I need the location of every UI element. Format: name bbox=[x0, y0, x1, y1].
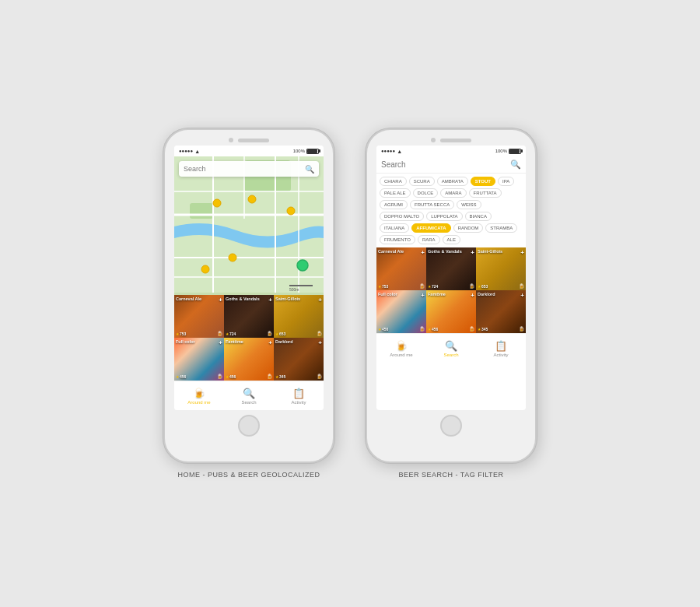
nav-item-search[interactable]: 🔍 Search bbox=[426, 334, 476, 363]
bottom-nav: 🍺 Around me 🔍 Search 📋 Activity bbox=[174, 381, 324, 410]
status-right: 100% bbox=[495, 149, 521, 154]
tag-stout[interactable]: STOUT bbox=[471, 177, 495, 186]
star-icon: ★ bbox=[378, 284, 381, 289]
beer-cell[interactable]: Goths & Vandals + ★ 724 🍺 bbox=[224, 295, 274, 338]
beer-add-btn[interactable]: + bbox=[421, 292, 425, 299]
nav-label: Around me bbox=[390, 353, 412, 357]
tag-ambrata[interactable]: AMBRATA bbox=[437, 177, 468, 186]
beer-footer: ★ 753 🍺 bbox=[378, 283, 425, 289]
home-button[interactable] bbox=[238, 415, 260, 437]
map-search-input[interactable] bbox=[184, 165, 305, 173]
nav-item-around-me[interactable]: 🍺 Around me bbox=[376, 334, 426, 363]
nav-item-around-me[interactable]: 🍺 Around me bbox=[174, 381, 224, 410]
tag-frutta-secca[interactable]: FRUTTA SECCA bbox=[410, 200, 454, 209]
beer-footer: ★ 456 🍺 bbox=[428, 326, 474, 332]
tag-rara[interactable]: RARA bbox=[418, 235, 440, 244]
svg-point-15 bbox=[201, 265, 209, 273]
beer-add-btn[interactable]: + bbox=[318, 339, 322, 346]
beer-cell[interactable]: Fantôme + ★ 456 🍺 bbox=[224, 338, 274, 381]
search-header[interactable]: 🔍 bbox=[376, 156, 526, 174]
phone-camera bbox=[229, 138, 233, 142]
nav-icon: 🔍 bbox=[243, 388, 255, 399]
beer-cell[interactable]: Carneval Ale + ★ 753 🍺 bbox=[376, 247, 426, 290]
nav-item-search[interactable]: 🔍 Search bbox=[224, 381, 274, 410]
beer-footer: ★ 345 🍺 bbox=[275, 374, 322, 379]
beer-cell[interactable]: Full color + ★ 456 🍺 bbox=[174, 338, 224, 381]
map-search-bar[interactable]: 🔍 bbox=[179, 161, 319, 177]
tag-pale-ale[interactable]: PALE ALE bbox=[380, 188, 411, 198]
star-icon: ★ bbox=[176, 374, 179, 379]
nav-icon: 🍺 bbox=[193, 388, 205, 399]
beer-cell[interactable]: Goths & Vandals + ★ 724 🍺 bbox=[426, 247, 476, 290]
beer-footer: ★ 724 🍺 bbox=[226, 331, 272, 336]
beer-name: Darklord bbox=[275, 339, 293, 345]
nav-icon: 🔍 bbox=[445, 340, 457, 352]
beer-add-btn[interactable]: + bbox=[219, 296, 222, 304]
mug-icon: 🍺 bbox=[419, 326, 425, 332]
phone-label-home: HOME - PUBS & BEER GEOLOCALIZED bbox=[177, 471, 320, 479]
status-bar: ●●●●● ▲ 100% bbox=[174, 146, 324, 156]
tag-scura[interactable]: SCURA bbox=[409, 177, 435, 186]
beer-name: Carneval Ale bbox=[378, 249, 404, 254]
tag-agrumi[interactable]: AGRUMI bbox=[380, 200, 408, 209]
beer-add-btn[interactable]: + bbox=[471, 292, 474, 299]
tag-frumento[interactable]: FRUMENTO bbox=[380, 235, 415, 244]
tag-amara[interactable]: AMARA bbox=[440, 188, 466, 198]
tag-affumicata[interactable]: AFFUMICATA bbox=[411, 223, 450, 233]
beer-cell[interactable]: Fantôme + ★ 456 🍺 bbox=[426, 290, 476, 333]
tag-weiss[interactable]: WEISS bbox=[457, 200, 481, 209]
nav-item-activity[interactable]: 📋 Activity bbox=[274, 381, 324, 410]
nav-item-activity[interactable]: 📋 Activity bbox=[476, 334, 526, 363]
tag-ale[interactable]: ALE bbox=[443, 235, 460, 244]
tag-chiara[interactable]: CHIARA bbox=[380, 177, 407, 186]
star-icon: ★ bbox=[428, 327, 431, 332]
tag-ipa[interactable]: IPA bbox=[498, 177, 514, 186]
beer-score-num: 456 bbox=[382, 327, 388, 332]
map-svg: 500m bbox=[174, 156, 324, 293]
beer-add-btn[interactable]: + bbox=[520, 249, 524, 256]
phone-label-search: BEER SEARCH - TAG FILTER bbox=[398, 471, 503, 479]
beer-cell[interactable]: Saint-Gillois + ★ 653 🍺 bbox=[274, 295, 324, 338]
wifi-icon: ▲ bbox=[194, 149, 200, 154]
beer-cell[interactable]: Saint-Gillois + ★ 653 🍺 bbox=[476, 247, 526, 290]
beer-add-btn[interactable]: + bbox=[268, 296, 272, 304]
phone-home: ●●●●● ▲ 100% bbox=[163, 128, 334, 463]
beer-cell[interactable]: Darklord + ★ 345 🍺 bbox=[274, 338, 324, 381]
home-button[interactable] bbox=[440, 415, 462, 437]
search-input[interactable] bbox=[381, 160, 510, 169]
tag-bianca[interactable]: BIANCA bbox=[465, 212, 492, 221]
beer-row-1: Carneval Ale + ★ 753 🍺 Goths & Vandals +… bbox=[174, 295, 324, 338]
beer-score: ★ 456 bbox=[226, 374, 236, 379]
beer-name: Fantôme bbox=[226, 339, 243, 345]
beer-cell[interactable]: Carneval Ale + ★ 753 🍺 bbox=[174, 295, 224, 338]
beer-score-num: 724 bbox=[432, 284, 438, 289]
beer-name: Full color bbox=[176, 339, 195, 345]
map-area[interactable]: 500m 🔍 bbox=[174, 156, 324, 295]
svg-rect-2 bbox=[190, 203, 213, 219]
beer-add-btn[interactable]: + bbox=[318, 296, 322, 304]
nav-icon: 📋 bbox=[495, 340, 507, 352]
tag-fruttata[interactable]: FRUTTATA bbox=[469, 188, 502, 198]
mug-icon: 🍺 bbox=[217, 374, 222, 379]
phone-speaker bbox=[440, 139, 471, 142]
tag-dolce[interactable]: DOLCE bbox=[413, 188, 439, 198]
battery-icon bbox=[509, 149, 521, 154]
beer-add-btn[interactable]: + bbox=[268, 339, 272, 346]
mug-icon: 🍺 bbox=[469, 283, 474, 289]
beer-add-btn[interactable]: + bbox=[520, 292, 524, 299]
beer-score-num: 653 bbox=[279, 332, 285, 336]
tag-luppolata[interactable]: LUPPOLATA bbox=[426, 212, 462, 221]
tag-italiana[interactable]: ITALIANA bbox=[380, 223, 409, 233]
tag-random[interactable]: RANDOM bbox=[453, 223, 484, 233]
beer-add-btn[interactable]: + bbox=[219, 339, 222, 346]
beer-add-btn[interactable]: + bbox=[471, 249, 474, 256]
beer-add-btn[interactable]: + bbox=[421, 249, 425, 256]
beer-cell[interactable]: Full color + ★ 456 🍺 bbox=[376, 290, 426, 333]
beer-row-2: Full color + ★ 456 🍺 Fantôme + ★ 456 🍺 bbox=[174, 338, 324, 381]
beer-cell[interactable]: Darklord + ★ 345 🍺 bbox=[476, 290, 526, 333]
svg-text:500m: 500m bbox=[289, 287, 299, 292]
tag-stramba[interactable]: STRAMBA bbox=[485, 223, 517, 233]
beer-score: ★ 724 bbox=[428, 284, 438, 289]
battery-fill bbox=[509, 149, 520, 153]
tag-doppio-malto[interactable]: DOPPIO MALTO bbox=[380, 212, 424, 221]
